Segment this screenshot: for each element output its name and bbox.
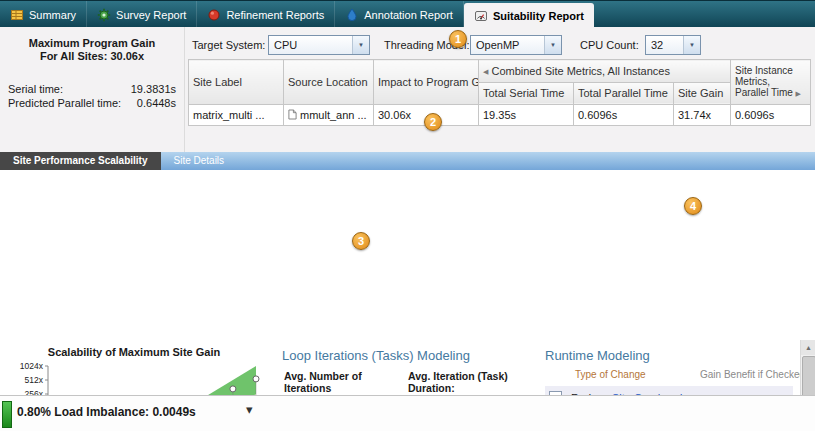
cell-total-serial[interactable]: 19.35s <box>479 105 574 126</box>
loop-modeling-heading: Loop Iterations (Tasks) Modeling <box>282 348 470 363</box>
tab-refinement-reports[interactable]: Refinement Reports <box>197 1 335 28</box>
scroll-up-icon[interactable]: ▲ <box>801 340 815 355</box>
predicted-parallel-value: 0.6448s <box>137 97 176 110</box>
tab-site-performance-scalability[interactable]: Site Performance Scalability <box>0 152 161 170</box>
tab-survey-report[interactable]: Survey Report <box>87 1 197 28</box>
predicted-parallel-label: Predicted Parallel time: <box>8 97 121 109</box>
load-imbalance-text: 0.80% Load Imbalance: 0.0049s <box>17 405 196 419</box>
col-total-serial[interactable]: Total Serial Time <box>479 82 574 105</box>
runtime-modeling-heading: Runtime Modeling <box>545 348 650 363</box>
collapse-right-icon[interactable]: ▶ <box>796 90 801 97</box>
col-total-parallel[interactable]: Total Parallel Time <box>574 82 674 105</box>
expand-chevron-icon[interactable]: ▾ <box>246 402 253 417</box>
col-site-label[interactable]: Site Label <box>189 60 284 105</box>
tab-label: Summary <box>29 9 76 21</box>
gain-benefit-header: Gain Benefit if Checked <box>700 369 805 380</box>
suitability-header-panel: Maximum Program Gain For All Sites: 30.0… <box>0 27 815 152</box>
target-system-value: CPU <box>269 39 352 51</box>
duration-label: Avg. Iteration (Task) Duration: <box>408 370 526 394</box>
tab-site-details[interactable]: Site Details <box>161 152 238 170</box>
serial-time-label: Serial time: <box>8 83 63 95</box>
tab-suitability-report[interactable]: Suitability Report <box>464 3 594 28</box>
chart-title: Scalability of Maximum Site Gain <box>18 346 250 358</box>
document-icon <box>288 110 297 122</box>
col-instance-metrics[interactable]: Site Instance Metrics, Parallel Time ▶ <box>731 60 811 105</box>
tab-label: Suitability Report <box>493 10 584 22</box>
tab-summary[interactable]: Summary <box>0 1 87 28</box>
cpu-count-select[interactable]: 32 ▼ <box>645 35 701 55</box>
suitability-report-window: Summary Survey Report Refinement Reports… <box>0 0 815 431</box>
callout-badge-2: 2 <box>424 113 442 131</box>
tab-annotation-report[interactable]: Annotation Report <box>335 1 464 28</box>
col-impact[interactable]: Impact to Program Gain <box>374 60 479 105</box>
imbalance-color-chip <box>2 401 12 428</box>
col-source-location[interactable]: Source Location <box>284 60 374 105</box>
col-site-gain[interactable]: Site Gain <box>674 82 731 105</box>
svg-text:512x: 512x <box>25 375 44 385</box>
cell-source-location[interactable]: mmult_ann ... <box>284 105 374 126</box>
divider <box>184 27 185 152</box>
gear-icon <box>97 8 111 22</box>
callout-badge-1: 1 <box>449 30 467 48</box>
cell-instance-parallel[interactable]: 0.6096s <box>731 105 811 126</box>
source-location-text: mmult_ann ... <box>300 109 367 121</box>
collapse-left-icon[interactable]: ◀ <box>483 68 488 75</box>
max-program-gain: Maximum Program Gain For All Sites: 30.0… <box>6 37 178 63</box>
cpu-count-value: 32 <box>646 39 683 51</box>
target-system-select[interactable]: CPU ▼ <box>268 35 370 55</box>
type-of-change-header: Type of Change <box>575 369 646 380</box>
svg-text:1024x: 1024x <box>20 361 44 371</box>
tab-label: Annotation Report <box>364 9 453 21</box>
summary-icon <box>10 8 24 22</box>
tab-label: Refinement Reports <box>226 9 324 21</box>
chevron-down-icon: ▼ <box>683 36 700 54</box>
instance-label: Site Instance Metrics, Parallel Time <box>735 65 793 98</box>
group-label: Combined Site Metrics, All Instances <box>491 65 670 77</box>
cell-site-gain[interactable]: 31.74x <box>674 105 731 126</box>
tab-label: Survey Report <box>116 9 186 21</box>
report-tabbar: Summary Survey Report Refinement Reports… <box>0 0 815 28</box>
cell-site-label[interactable]: matrix_multi ... <box>189 105 284 126</box>
sphere-icon <box>207 8 221 22</box>
threading-model-select[interactable]: OpenMP ▼ <box>470 35 562 55</box>
cpu-count-label: CPU Count: <box>580 35 639 55</box>
load-imbalance-bar: 0.80% Load Imbalance: 0.0049s ▾ <box>0 395 815 431</box>
cell-total-parallel[interactable]: 0.6096s <box>574 105 674 126</box>
callout-badge-4: 4 <box>684 197 702 215</box>
sites-table: Site Label Source Location Impact to Pro… <box>188 59 811 126</box>
chevron-down-icon: ▼ <box>544 36 561 54</box>
serial-time-value: 19.3831s <box>131 83 176 96</box>
threading-model-value: OpenMP <box>471 39 544 51</box>
callout-badge-3: 3 <box>352 232 370 250</box>
gauge-icon <box>474 9 488 23</box>
group-combined-metrics[interactable]: ◀ Combined Site Metrics, All Instances <box>479 60 731 83</box>
site-subtabs: Site Performance Scalability Site Detail… <box>0 152 815 170</box>
chevron-down-icon: ▼ <box>352 36 369 54</box>
table-row[interactable]: matrix_multi ... mmult_ann ... 30.06x 19… <box>189 105 811 126</box>
droplet-icon <box>345 8 359 22</box>
target-system-label: Target System: <box>192 35 265 55</box>
